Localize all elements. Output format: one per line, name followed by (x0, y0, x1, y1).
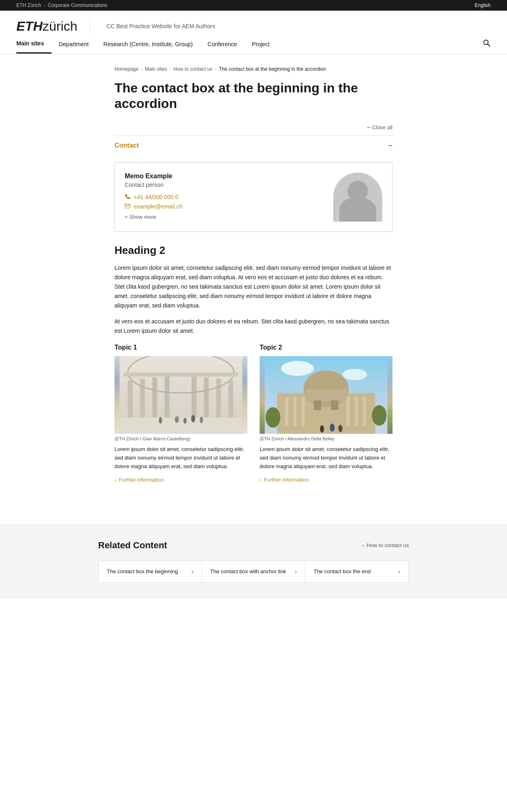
page-title: The contact box at the beginning in the … (114, 80, 393, 112)
svg-rect-31 (363, 397, 366, 426)
close-all-icon: − (367, 124, 370, 131)
related-prev-nav[interactable]: ‹ How to contact us (362, 542, 409, 548)
body-para2: At vero eos et accusam et justo duo dolo… (114, 317, 393, 336)
related-card-label-1: The contact box with anchor link (210, 568, 286, 574)
svg-point-16 (184, 418, 187, 424)
contact-info: Memo Example Contact person +41 44/000 0… (125, 173, 333, 220)
nav-item-research[interactable]: Research (Centre, Institute, Group) (96, 35, 200, 53)
chevron-right-icon2: › (260, 477, 261, 483)
svg-rect-4 (120, 417, 242, 434)
svg-point-22 (343, 369, 367, 380)
heading2: Heading 2 (114, 244, 393, 257)
svg-point-38 (339, 425, 343, 432)
breadcrumb-main-sites[interactable]: Main sites (145, 66, 167, 72)
svg-rect-33 (331, 400, 339, 410)
logo[interactable]: ETHzürich (16, 20, 77, 33)
phone-link[interactable]: +41 44/000 000 0 (134, 194, 178, 200)
svg-line-1 (488, 44, 490, 47)
accordion-contact: Contact − (114, 135, 393, 156)
svg-rect-28 (302, 397, 305, 426)
breadcrumb: Homepage › Main sites › How to contact u… (114, 66, 393, 72)
svg-rect-14 (124, 372, 238, 377)
breadcrumb-how-to-contact[interactable]: How to contact us (173, 66, 212, 72)
related-content-section: Related Content ‹ How to contact us The … (0, 524, 507, 599)
related-header: Related Content ‹ How to contact us (98, 540, 409, 551)
svg-rect-27 (294, 397, 297, 426)
chevron-left-icon: ‹ (362, 542, 364, 548)
site-title: CC Best Practice Website for AEM Authors (106, 23, 215, 29)
nav-links: Main sites Department Research (Centre, … (16, 34, 277, 54)
svg-rect-7 (153, 377, 157, 417)
breadcrumb-sep3: › (215, 67, 216, 72)
close-all-button[interactable]: − Close all (367, 124, 393, 131)
svg-rect-32 (314, 400, 321, 410)
related-card-2[interactable]: The contact box the end › (305, 561, 408, 582)
accordion-title: Contact (114, 142, 139, 149)
related-card-arrow-2: › (398, 568, 400, 575)
topbar-breadcrumb: ETH Zürich › Corporate Communications (16, 2, 108, 8)
nav-item-department[interactable]: Department (52, 35, 96, 53)
related-card-0[interactable]: The contact box the beginning › (99, 561, 202, 582)
svg-rect-11 (216, 379, 221, 417)
related-card-arrow-0: › (191, 568, 193, 575)
search-icon[interactable] (482, 39, 491, 49)
svg-rect-12 (229, 381, 233, 417)
topbar-sep1: › (44, 2, 45, 8)
related-card-1[interactable]: The contact box with anchor link › (202, 561, 305, 582)
topbar: ETH Zürich › Corporate Communications En… (0, 0, 507, 11)
related-card-label-0: The contact box the beginning (107, 568, 178, 574)
close-all-label: Close all (372, 124, 393, 130)
contact-name: Memo Example (125, 173, 333, 180)
topic2-text: Lorem ipsum dolor sit amet, consetetur s… (260, 445, 393, 471)
contact-email: example@email.ch (125, 203, 333, 210)
topic1-caption: (ETH Zürich / Gian Marco Castelberg) (114, 436, 247, 441)
topic1-image (114, 356, 247, 434)
breadcrumb-sep2: › (169, 67, 171, 72)
svg-rect-5 (128, 381, 133, 417)
accordion-header[interactable]: Contact − (114, 136, 393, 156)
logo-eth: ETH (16, 19, 43, 34)
close-all-row: − Close all (114, 124, 393, 131)
svg-rect-25 (306, 389, 347, 401)
nav-item-conference[interactable]: Conference (200, 35, 245, 53)
nav-item-main-sites[interactable]: Main sites (16, 34, 52, 54)
show-more-button[interactable]: + Show more (125, 214, 333, 220)
svg-point-37 (330, 424, 335, 432)
language-selector[interactable]: English (475, 2, 491, 8)
related-cards: The contact box the beginning › The cont… (98, 561, 409, 583)
topic2-title: Topic 2 (260, 344, 393, 351)
breadcrumb-current: The contact box at the beginning in the … (219, 66, 326, 72)
header: ETHzürich CC Best Practice Website for A… (0, 11, 507, 34)
svg-rect-26 (285, 397, 289, 426)
chevron-right-icon: › (114, 477, 116, 483)
email-link[interactable]: example@email.ch (134, 203, 182, 210)
svg-rect-6 (140, 379, 145, 417)
email-icon (125, 203, 130, 210)
topic2: Topic 2 (260, 344, 393, 482)
show-more-label: + Show more (125, 214, 156, 220)
topic2-image (260, 356, 393, 434)
nav-item-project[interactable]: Project (245, 35, 277, 53)
topic2-further-info[interactable]: › Further information (260, 477, 393, 483)
header-divider (90, 18, 90, 34)
topbar-corp-link[interactable]: Corporate Communications (48, 2, 108, 8)
svg-point-21 (281, 361, 314, 376)
related-card-label-2: The contact box the end (314, 568, 370, 574)
breadcrumb-homepage[interactable]: Homepage (114, 66, 139, 72)
topbar-eth-link[interactable]: ETH Zürich (16, 2, 41, 8)
related-card-arrow-1: › (295, 568, 297, 575)
breadcrumb-sep1: › (141, 67, 143, 72)
svg-rect-10 (204, 377, 209, 417)
svg-rect-30 (355, 397, 358, 426)
svg-rect-8 (165, 377, 170, 417)
topic1-title: Topic 1 (114, 344, 247, 351)
avatar-body (339, 197, 376, 222)
accordion-toggle-icon: − (388, 141, 393, 150)
topic2-caption: (ETH Zürich / Alessandro Della Bella) (260, 436, 393, 441)
svg-point-34 (266, 407, 280, 428)
svg-point-35 (372, 405, 387, 426)
topic1-text: Lorem ipsum dolor sit amet, consetetur s… (114, 445, 247, 471)
topic1-further-info-label: Further information (119, 477, 164, 483)
body-para1: Lorem ipsum dolor sit amet, consetetur s… (114, 263, 393, 310)
topic1-further-info[interactable]: › Further information (114, 477, 247, 483)
